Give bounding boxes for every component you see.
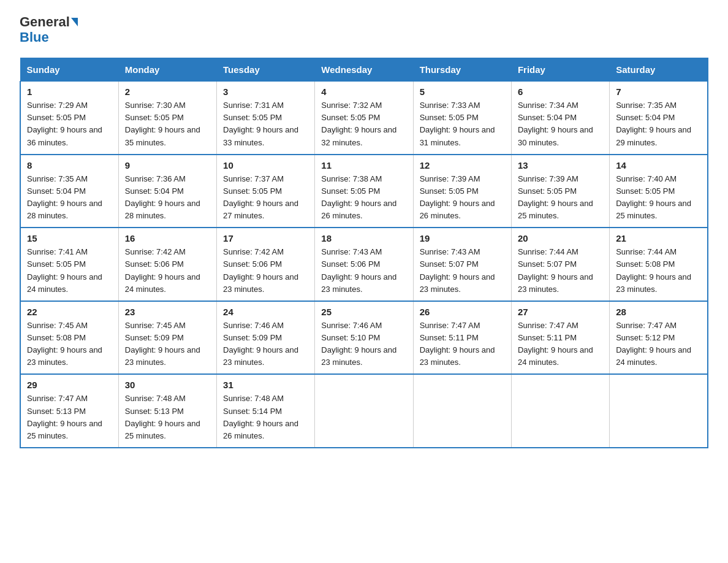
day-number: 3	[223, 86, 308, 97]
calendar-cell: 16 Sunrise: 7:42 AMSunset: 5:06 PMDaylig…	[118, 228, 216, 301]
day-number: 11	[321, 160, 406, 170]
day-info: Sunrise: 7:46 AMSunset: 5:10 PMDaylight:…	[321, 321, 396, 367]
day-info: Sunrise: 7:38 AMSunset: 5:05 PMDaylight:…	[321, 174, 396, 220]
day-info: Sunrise: 7:31 AMSunset: 5:05 PMDaylight:…	[223, 101, 298, 147]
day-info: Sunrise: 7:40 AMSunset: 5:05 PMDaylight:…	[616, 174, 691, 220]
week-row-5: 29 Sunrise: 7:47 AMSunset: 5:13 PMDaylig…	[20, 374, 708, 448]
day-info: Sunrise: 7:47 AMSunset: 5:11 PMDaylight:…	[420, 321, 495, 367]
calendar-header-row: SundayMondayTuesdayWednesdayThursdayFrid…	[20, 58, 708, 82]
week-row-2: 8 Sunrise: 7:35 AMSunset: 5:04 PMDayligh…	[20, 155, 708, 228]
day-info: Sunrise: 7:45 AMSunset: 5:09 PMDaylight:…	[125, 321, 200, 367]
calendar-cell: 21 Sunrise: 7:44 AMSunset: 5:08 PMDaylig…	[610, 228, 708, 301]
day-info: Sunrise: 7:37 AMSunset: 5:05 PMDaylight:…	[223, 174, 298, 220]
calendar-cell: 22 Sunrise: 7:45 AMSunset: 5:08 PMDaylig…	[20, 301, 118, 375]
week-row-4: 22 Sunrise: 7:45 AMSunset: 5:08 PMDaylig…	[20, 301, 708, 375]
day-info: Sunrise: 7:48 AMSunset: 5:14 PMDaylight:…	[223, 394, 298, 440]
day-info: Sunrise: 7:44 AMSunset: 5:08 PMDaylight:…	[616, 247, 691, 293]
day-number: 10	[223, 160, 308, 170]
day-number: 28	[616, 307, 701, 317]
day-number: 14	[616, 160, 701, 170]
day-info: Sunrise: 7:36 AMSunset: 5:04 PMDaylight:…	[125, 174, 200, 220]
day-info: Sunrise: 7:46 AMSunset: 5:09 PMDaylight:…	[223, 321, 298, 367]
calendar-cell: 3 Sunrise: 7:31 AMSunset: 5:05 PMDayligh…	[217, 82, 315, 155]
day-info: Sunrise: 7:39 AMSunset: 5:05 PMDaylight:…	[518, 174, 593, 220]
day-number: 15	[27, 233, 112, 243]
calendar-cell: 30 Sunrise: 7:48 AMSunset: 5:13 PMDaylig…	[118, 374, 216, 448]
calendar-cell: 8 Sunrise: 7:35 AMSunset: 5:04 PMDayligh…	[20, 155, 118, 228]
day-info: Sunrise: 7:47 AMSunset: 5:12 PMDaylight:…	[616, 321, 691, 367]
day-number: 16	[125, 233, 210, 243]
day-info: Sunrise: 7:35 AMSunset: 5:04 PMDaylight:…	[27, 174, 102, 220]
day-info: Sunrise: 7:39 AMSunset: 5:05 PMDaylight:…	[420, 174, 495, 220]
day-number: 30	[125, 380, 210, 390]
calendar-cell: 23 Sunrise: 7:45 AMSunset: 5:09 PMDaylig…	[118, 301, 216, 375]
day-number: 13	[518, 160, 603, 170]
calendar-cell: 24 Sunrise: 7:46 AMSunset: 5:09 PMDaylig…	[217, 301, 315, 375]
calendar-cell: 11 Sunrise: 7:38 AMSunset: 5:05 PMDaylig…	[315, 155, 413, 228]
day-number: 18	[321, 233, 406, 243]
day-number: 22	[27, 307, 112, 317]
day-number: 5	[420, 86, 505, 97]
calendar-cell: 5 Sunrise: 7:33 AMSunset: 5:05 PMDayligh…	[413, 82, 511, 155]
calendar-cell	[610, 374, 708, 448]
day-info: Sunrise: 7:43 AMSunset: 5:06 PMDaylight:…	[321, 247, 396, 293]
day-number: 24	[223, 307, 308, 317]
day-info: Sunrise: 7:30 AMSunset: 5:05 PMDaylight:…	[125, 101, 200, 147]
logo: General Blue	[20, 15, 78, 45]
page-header: General Blue	[20, 15, 708, 45]
calendar-cell: 14 Sunrise: 7:40 AMSunset: 5:05 PMDaylig…	[610, 155, 708, 228]
day-info: Sunrise: 7:32 AMSunset: 5:05 PMDaylight:…	[321, 101, 396, 147]
calendar-cell: 6 Sunrise: 7:34 AMSunset: 5:04 PMDayligh…	[511, 82, 609, 155]
calendar-cell: 29 Sunrise: 7:47 AMSunset: 5:13 PMDaylig…	[20, 374, 118, 448]
calendar-cell	[511, 374, 609, 448]
day-info: Sunrise: 7:35 AMSunset: 5:04 PMDaylight:…	[616, 101, 691, 147]
header-saturday: Saturday	[610, 58, 708, 82]
day-number: 8	[27, 160, 112, 170]
day-number: 6	[518, 86, 603, 97]
day-info: Sunrise: 7:43 AMSunset: 5:07 PMDaylight:…	[420, 247, 495, 293]
day-number: 2	[125, 86, 210, 97]
calendar-cell: 17 Sunrise: 7:42 AMSunset: 5:06 PMDaylig…	[217, 228, 315, 301]
calendar-cell: 27 Sunrise: 7:47 AMSunset: 5:11 PMDaylig…	[511, 301, 609, 375]
calendar-table: SundayMondayTuesdayWednesdayThursdayFrid…	[20, 58, 708, 448]
day-number: 25	[321, 307, 406, 317]
day-number: 26	[420, 307, 505, 317]
calendar-cell: 2 Sunrise: 7:30 AMSunset: 5:05 PMDayligh…	[118, 82, 216, 155]
day-info: Sunrise: 7:47 AMSunset: 5:11 PMDaylight:…	[518, 321, 593, 367]
calendar-cell: 19 Sunrise: 7:43 AMSunset: 5:07 PMDaylig…	[413, 228, 511, 301]
calendar-cell: 25 Sunrise: 7:46 AMSunset: 5:10 PMDaylig…	[315, 301, 413, 375]
day-info: Sunrise: 7:42 AMSunset: 5:06 PMDaylight:…	[223, 247, 298, 293]
calendar-cell: 26 Sunrise: 7:47 AMSunset: 5:11 PMDaylig…	[413, 301, 511, 375]
day-info: Sunrise: 7:41 AMSunset: 5:05 PMDaylight:…	[27, 247, 102, 293]
calendar-cell: 12 Sunrise: 7:39 AMSunset: 5:05 PMDaylig…	[413, 155, 511, 228]
day-number: 21	[616, 233, 701, 243]
calendar-cell: 28 Sunrise: 7:47 AMSunset: 5:12 PMDaylig…	[610, 301, 708, 375]
calendar-cell: 9 Sunrise: 7:36 AMSunset: 5:04 PMDayligh…	[118, 155, 216, 228]
day-info: Sunrise: 7:42 AMSunset: 5:06 PMDaylight:…	[125, 247, 200, 293]
day-number: 9	[125, 160, 210, 170]
day-number: 31	[223, 380, 308, 390]
header-sunday: Sunday	[20, 58, 118, 82]
day-number: 12	[420, 160, 505, 170]
day-number: 4	[321, 86, 406, 97]
day-number: 17	[223, 233, 308, 243]
header-tuesday: Tuesday	[217, 58, 315, 82]
day-number: 23	[125, 307, 210, 317]
day-number: 27	[518, 307, 603, 317]
day-number: 7	[616, 86, 701, 97]
logo-arrow-icon	[71, 18, 78, 26]
header-wednesday: Wednesday	[315, 58, 413, 82]
header-thursday: Thursday	[413, 58, 511, 82]
calendar-cell: 7 Sunrise: 7:35 AMSunset: 5:04 PMDayligh…	[610, 82, 708, 155]
day-info: Sunrise: 7:34 AMSunset: 5:04 PMDaylight:…	[518, 101, 593, 147]
day-info: Sunrise: 7:33 AMSunset: 5:05 PMDaylight:…	[420, 101, 495, 147]
header-friday: Friday	[511, 58, 609, 82]
logo-text-blue: Blue	[20, 29, 49, 45]
calendar-cell: 20 Sunrise: 7:44 AMSunset: 5:07 PMDaylig…	[511, 228, 609, 301]
header-monday: Monday	[118, 58, 216, 82]
day-number: 19	[420, 233, 505, 243]
day-info: Sunrise: 7:48 AMSunset: 5:13 PMDaylight:…	[125, 394, 200, 440]
calendar-cell	[413, 374, 511, 448]
calendar-cell: 4 Sunrise: 7:32 AMSunset: 5:05 PMDayligh…	[315, 82, 413, 155]
day-number: 20	[518, 233, 603, 243]
